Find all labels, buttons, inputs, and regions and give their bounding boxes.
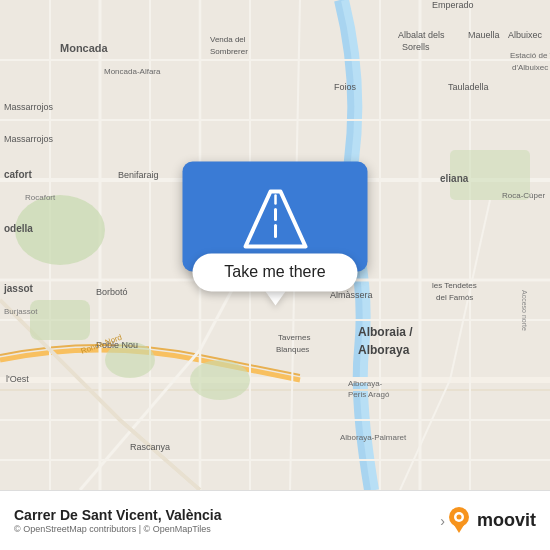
svg-text:Moncada: Moncada — [60, 42, 109, 54]
svg-text:eliana: eliana — [440, 173, 469, 184]
moovit-logo[interactable]: moovit — [445, 507, 536, 535]
road-icon — [235, 181, 315, 251]
location-info: Carrer De Sant Vicent, València © OpenSt… — [14, 507, 436, 534]
svg-text:Massarrojos: Massarrojos — [4, 134, 54, 144]
svg-text:l'Oest: l'Oest — [6, 374, 29, 384]
svg-text:d'Albuixec: d'Albuixec — [512, 63, 548, 72]
svg-text:cafort: cafort — [4, 169, 32, 180]
svg-text:jassot: jassot — [3, 283, 34, 294]
svg-text:Alboraya: Alboraya — [358, 343, 410, 357]
svg-text:Moncada-Alfara: Moncada-Alfara — [104, 67, 161, 76]
svg-text:Emperado: Emperado — [432, 0, 474, 10]
svg-text:Estació de T: Estació de T — [510, 51, 550, 60]
svg-text:Rascanya: Rascanya — [130, 442, 170, 452]
svg-rect-20 — [30, 300, 90, 340]
svg-text:Mauella: Mauella — [468, 30, 500, 40]
copyright-text: © OpenStreetMap contributors | © OpenMap… — [14, 524, 436, 534]
svg-text:odella: odella — [4, 223, 33, 234]
moovit-text: moovit — [477, 510, 536, 531]
svg-text:Sombrerer: Sombrerer — [210, 47, 248, 56]
svg-text:Albuixec: Albuixec — [508, 30, 543, 40]
svg-text:Benifaraig: Benifaraig — [118, 170, 159, 180]
svg-marker-71 — [454, 525, 464, 533]
map-container: Moncada Massarrojos Massarrojos cafort R… — [0, 0, 550, 490]
svg-text:Massarrojos: Massarrojos — [4, 102, 54, 112]
svg-point-73 — [456, 514, 461, 519]
svg-text:Tavernes: Tavernes — [278, 333, 310, 342]
svg-text:Borbotó: Borbotó — [96, 287, 128, 297]
popup-tail — [265, 291, 285, 305]
svg-text:del Famós: del Famós — [436, 293, 473, 302]
svg-text:Blanques: Blanques — [276, 345, 309, 354]
svg-text:Acceso norte: Acceso norte — [521, 290, 528, 331]
svg-text:Peris Aragó: Peris Aragó — [348, 390, 390, 399]
svg-text:Albalat dels: Albalat dels — [398, 30, 445, 40]
svg-text:Venda del: Venda del — [210, 35, 246, 44]
svg-text:Tauladella: Tauladella — [448, 82, 489, 92]
svg-text:Foios: Foios — [334, 82, 357, 92]
location-name: Carrer De Sant Vicent, València — [14, 507, 436, 523]
svg-text:Alboraia /: Alboraia / — [358, 325, 413, 339]
svg-text:Sorells: Sorells — [402, 42, 430, 52]
svg-text:Roca-Cúper: Roca-Cúper — [502, 191, 545, 200]
svg-text:Alboraya-: Alboraya- — [348, 379, 383, 388]
svg-text:les Tendetes: les Tendetes — [432, 281, 477, 290]
svg-point-21 — [190, 360, 250, 400]
bottom-bar: Carrer De Sant Vicent, València © OpenSt… — [0, 490, 550, 550]
svg-text:Alboraya-Palmaret: Alboraya-Palmaret — [340, 433, 407, 442]
moovit-icon — [445, 507, 473, 535]
popup-overlay: Take me there — [183, 161, 368, 305]
svg-text:Burjassot: Burjassot — [4, 307, 38, 316]
svg-text:Rocafort: Rocafort — [25, 193, 56, 202]
take-me-there-button[interactable]: Take me there — [192, 253, 357, 291]
